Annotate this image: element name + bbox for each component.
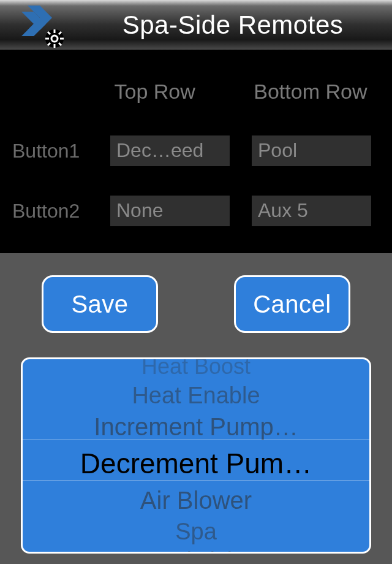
app-root: Spa-Side Remotes Top Row Bottom Row Butt… xyxy=(0,0,392,564)
config-grid: Top Row Bottom Row Button1 Dec…eed Pool … xyxy=(0,50,392,280)
button1-top-field[interactable]: Dec…eed xyxy=(110,135,230,166)
row-label: Button2 xyxy=(12,200,110,223)
picker-option-selected[interactable]: Decrement Pum… xyxy=(31,443,361,484)
button-row-1: Button1 Dec…eed Pool xyxy=(12,135,380,166)
button2-top-field[interactable]: None xyxy=(110,196,230,226)
svg-point-3 xyxy=(51,36,58,42)
header-bar: Spa-Side Remotes xyxy=(0,0,392,50)
picker-option[interactable]: Increment Pump… xyxy=(94,411,298,443)
button1-bottom-field[interactable]: Pool xyxy=(252,135,371,166)
picker-option[interactable]: Heat Boost xyxy=(141,357,251,380)
picker-option[interactable]: Heat Enable xyxy=(132,380,260,411)
picker-option[interactable]: Air Blower xyxy=(140,484,252,516)
modal-overlay: Save Cancel Heat Boost Heat Enable Incre… xyxy=(0,253,392,564)
app-logo-icon xyxy=(6,2,74,48)
column-header-bottom: Bottom Row xyxy=(254,80,380,104)
row-label: Button1 xyxy=(12,140,110,162)
column-header-top: Top Row xyxy=(115,80,241,104)
picker-option[interactable]: Yard Light xyxy=(146,547,245,554)
save-button[interactable]: Save xyxy=(42,275,158,333)
button-row-2: Button2 None Aux 5 xyxy=(12,196,380,226)
picker-option[interactable]: Spa xyxy=(175,516,217,547)
cancel-button[interactable]: Cancel xyxy=(234,275,350,333)
value-picker[interactable]: Heat Boost Heat Enable Increment Pump… D… xyxy=(21,357,371,554)
button2-bottom-field[interactable]: Aux 5 xyxy=(252,196,371,226)
